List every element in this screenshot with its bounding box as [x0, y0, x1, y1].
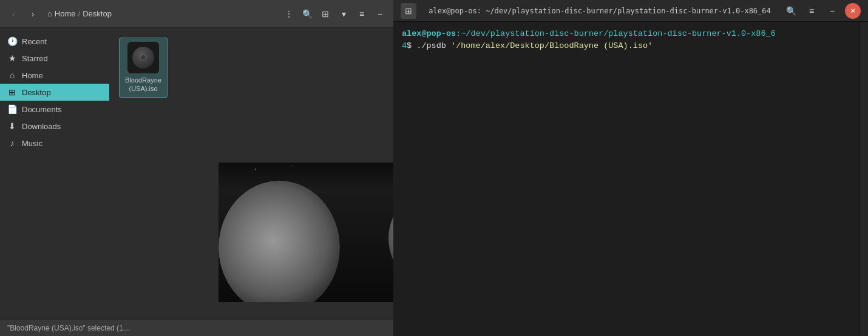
terminal-line-1: alex@pop-os:~/dev/playstation-disc-burne… — [402, 28, 860, 40]
home-breadcrumb-label: Home — [55, 9, 76, 18]
terminal-title: alex@pop-os: ~/dev/playstation-disc-burn… — [421, 7, 778, 15]
fm-content[interactable]: BloodRayne(USA).iso — [109, 28, 393, 319]
starred-icon: ★ — [7, 53, 17, 63]
file-icon — [127, 42, 159, 73]
file-manager: ‹ › ⌂ Home / Desktop ⋮ 🔍 ⊞ ▾ — [0, 0, 393, 336]
terminal-close-button[interactable]: × — [845, 3, 861, 19]
close-icon: × — [850, 6, 855, 15]
moon-left — [219, 181, 340, 302]
sidebar-item-starred[interactable]: ★ Starred — [0, 50, 109, 67]
sidebar-item-downloads[interactable]: ⬇ Downloads — [0, 118, 109, 135]
terminal-menu-icon: ≡ — [809, 6, 814, 16]
back-icon: ‹ — [12, 9, 15, 19]
forward-button[interactable]: › — [24, 5, 41, 22]
view-grid-button[interactable]: ⊞ — [317, 5, 334, 22]
home-nav-icon: ⌂ — [7, 70, 17, 80]
minimize-button[interactable]: − — [371, 5, 388, 22]
terminal: ⊞ alex@pop-os: ~/dev/playstation-disc-bu… — [393, 0, 868, 336]
breadcrumb: ⌂ Home / Desktop — [47, 9, 278, 18]
star — [291, 166, 292, 166]
terminal-body: alex@pop-os:~/dev/playstation-disc-burne… — [393, 22, 868, 336]
toolbar-actions: ⋮ 🔍 ⊞ ▾ ≡ − — [280, 5, 388, 22]
sidebar-item-downloads-label: Downloads — [22, 122, 61, 131]
disc-icon — [132, 47, 154, 69]
terminal-grid-button[interactable]: ⊞ — [401, 3, 416, 19]
terminal-prompt-path-cont: 4 — [402, 41, 407, 50]
chevron-down-icon: ▾ — [342, 9, 346, 19]
terminal-menu-button[interactable]: ≡ — [804, 3, 819, 19]
file-item-bloodrayne[interactable]: BloodRayne(USA).iso — [119, 38, 168, 98]
search-button[interactable]: 🔍 — [299, 5, 316, 22]
documents-icon: 📄 — [7, 104, 17, 114]
view-list-icon: ≡ — [359, 9, 364, 19]
wallpaper — [219, 163, 393, 302]
fm-statusbar: "BloodRayne (USA).iso" selected (1... — [0, 319, 393, 336]
terminal-command: ./psdb — [412, 41, 451, 50]
search-icon: 🔍 — [302, 9, 313, 19]
home-icon: ⌂ — [47, 9, 52, 18]
music-icon: ♪ — [7, 138, 17, 148]
grid-icon: ⊞ — [405, 6, 412, 16]
sidebar-item-music-label: Music — [22, 139, 42, 148]
minimize-icon: − — [378, 9, 382, 19]
terminal-line-2: 4$ ./psdb '/home/alex/Desktop/BloodRayne… — [402, 40, 860, 52]
terminal-prompt-dollar: $ — [407, 41, 412, 50]
terminal-search-button[interactable]: 🔍 — [783, 3, 799, 19]
terminal-prompt-path: :~/dev/playstation-disc-burner/playstati… — [456, 29, 776, 38]
fm-sidebar: 🕐 Recent ★ Starred ⌂ Home ⊞ Desktop 📄 Do… — [0, 28, 109, 319]
sidebar-item-starred-label: Starred — [22, 54, 48, 63]
downloads-icon: ⬇ — [7, 121, 17, 131]
sidebar-item-desktop-label: Desktop — [22, 88, 51, 97]
fm-toolbar: ‹ › ⌂ Home / Desktop ⋮ 🔍 ⊞ ▾ — [0, 0, 393, 28]
terminal-scrollbar[interactable] — [860, 22, 868, 336]
terminal-search-icon: 🔍 — [786, 6, 796, 16]
moon-right — [388, 187, 393, 290]
terminal-arg: '/home/alex/Desktop/BloodRayne (USA).iso… — [451, 41, 653, 50]
recent-icon: 🕐 — [7, 36, 17, 46]
star — [255, 169, 256, 170]
menu-button[interactable]: ⋮ — [280, 5, 297, 22]
sidebar-item-documents[interactable]: 📄 Documents — [0, 101, 109, 118]
view-dropdown-button[interactable]: ▾ — [335, 5, 352, 22]
back-button[interactable]: ‹ — [5, 5, 22, 22]
desktop-icon: ⊞ — [7, 87, 17, 97]
terminal-minimize-button[interactable]: − — [824, 3, 840, 19]
fm-body: 🕐 Recent ★ Starred ⌂ Home ⊞ Desktop 📄 Do… — [0, 28, 393, 319]
terminal-prompt-user: alex@pop-os — [402, 29, 456, 38]
forward-icon: › — [32, 9, 35, 19]
star — [340, 172, 341, 172]
view-grid-icon: ⊞ — [322, 9, 329, 19]
terminal-titlebar: ⊞ alex@pop-os: ~/dev/playstation-disc-bu… — [393, 0, 868, 22]
file-name: BloodRayne(USA).iso — [125, 76, 161, 93]
breadcrumb-sep: / — [78, 9, 81, 18]
view-list-button[interactable]: ≡ — [353, 5, 370, 22]
status-text: "BloodRayne (USA).iso" selected (1... — [7, 324, 129, 332]
home-breadcrumb[interactable]: ⌂ Home — [47, 9, 76, 18]
sidebar-item-home[interactable]: ⌂ Home — [0, 67, 109, 84]
sidebar-item-documents-label: Documents — [22, 105, 62, 114]
sidebar-item-music[interactable]: ♪ Music — [0, 135, 109, 152]
sidebar-item-home-label: Home — [22, 71, 43, 80]
sidebar-item-recent[interactable]: 🕐 Recent — [0, 33, 109, 50]
sidebar-item-recent-label: Recent — [22, 37, 47, 46]
sidebar-item-desktop[interactable]: ⊞ Desktop — [0, 84, 109, 101]
terminal-minimize-icon: − — [830, 6, 835, 16]
breadcrumb-current: Desktop — [83, 9, 112, 18]
menu-dots-icon: ⋮ — [285, 9, 293, 19]
